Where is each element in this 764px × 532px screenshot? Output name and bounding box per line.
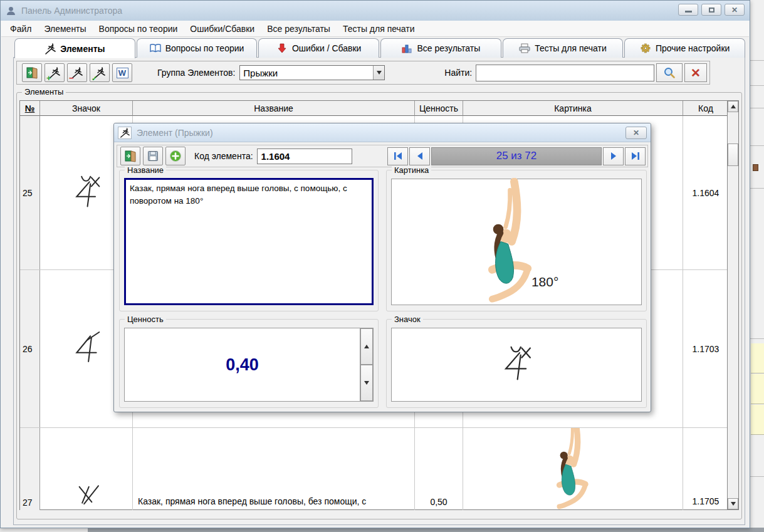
code-cell: 1.1604 <box>683 116 728 269</box>
spinner-down-button[interactable] <box>360 365 373 401</box>
menu-item-elements[interactable]: Элементы <box>38 21 92 36</box>
tab-theory-questions[interactable]: Вопросы по теории <box>137 38 258 58</box>
tab-label: Вопросы по теории <box>165 43 244 53</box>
search-input[interactable] <box>476 65 654 81</box>
last-icon <box>631 152 641 160</box>
tab-label: Прочие настройки <box>656 43 730 53</box>
scroll-up-button[interactable] <box>728 101 738 112</box>
element-code-input[interactable] <box>257 149 352 164</box>
previous-record-button[interactable] <box>409 147 430 165</box>
search-button[interactable] <box>656 63 683 82</box>
element-name: Казак, прямая нога вперед выше головы, б… <box>138 496 366 506</box>
admin-panel-window: Панель Администратора ✕ Файл Элементы Во… <box>0 0 750 528</box>
scrollbar-thumb[interactable] <box>728 143 738 166</box>
triangle-up-icon <box>364 345 369 348</box>
first-record-button[interactable] <box>387 147 408 165</box>
tab-elements[interactable]: Элементы <box>14 38 135 58</box>
tab-print-tests[interactable]: Тесты для печати <box>503 38 624 58</box>
menu-item-all-results[interactable]: Все результаты <box>261 21 337 36</box>
add-element-button[interactable]: + <box>44 63 65 82</box>
tab-label: Элементы <box>60 44 105 54</box>
value-box: 0,40 <box>124 328 374 402</box>
table-row-27[interactable]: 27 Казак, прямая нога вперед выше головы… <box>20 428 728 510</box>
plus-badge: + <box>46 74 51 82</box>
close-button[interactable]: ✕ <box>725 4 745 16</box>
table-scrollbar[interactable] <box>727 101 738 509</box>
column-header-num[interactable]: № <box>20 101 40 116</box>
symbol-groupbox: Значок <box>386 319 647 408</box>
chevron-down-icon[interactable] <box>373 66 384 80</box>
tab-errors-deductions[interactable]: Ошибки / Сбавки <box>258 38 379 58</box>
menu-bar: Файл Элементы Вопросы по теории Ошибки/С… <box>1 21 749 37</box>
gear-icon <box>640 43 651 53</box>
next-icon <box>609 152 619 160</box>
picture-cell <box>463 428 683 510</box>
new-element-button[interactable] <box>165 147 186 165</box>
symbol-cell <box>40 428 133 510</box>
dialog-exit-button[interactable] <box>120 147 140 165</box>
door-exit-icon <box>26 66 38 79</box>
delete-element-button[interactable]: − <box>67 63 87 82</box>
edit-element-button[interactable]: ✓ <box>90 63 110 82</box>
value-group-label: Ценность <box>125 315 166 324</box>
triangle-up-icon <box>731 105 736 108</box>
code-label: Код элемента: <box>194 151 253 161</box>
restore-button[interactable] <box>701 4 721 16</box>
row-num: 26 <box>20 270 40 427</box>
triangle-down-icon <box>364 381 369 385</box>
picture-group-label: Картинка <box>392 165 431 175</box>
tab-label: Все результаты <box>417 43 480 53</box>
element-name-textarea[interactable]: Казак, прямая нога вперед выше головы, с… <box>124 178 374 305</box>
previous-icon <box>415 152 425 160</box>
bar-chart-icon <box>401 43 412 53</box>
window-title: Панель Администратора <box>21 6 122 16</box>
minimize-icon <box>685 11 692 13</box>
menu-item-file[interactable]: Файл <box>4 21 38 36</box>
menu-item-errors-deductions[interactable]: Ошибки/Сбавки <box>184 21 261 36</box>
dialog-close-button[interactable]: ✕ <box>625 127 647 139</box>
spinner-up-button[interactable] <box>360 328 373 365</box>
value-groupbox: Ценность 0,40 <box>119 319 379 408</box>
tab-other-settings[interactable]: Прочие настройки <box>624 38 745 58</box>
picture-box: 180° <box>391 179 642 305</box>
gymnast-icon <box>118 127 132 139</box>
element-group-combobox[interactable]: Прыжки <box>239 65 385 80</box>
last-record-button[interactable] <box>625 147 646 165</box>
user-icon <box>6 6 16 16</box>
menu-item-print-tests[interactable]: Тесты для печати <box>337 21 421 36</box>
element-value: 0,40 <box>125 328 360 401</box>
minimize-button[interactable] <box>678 4 698 16</box>
scroll-down-button[interactable] <box>728 498 738 509</box>
name-group-label: Название <box>125 165 166 175</box>
column-header-value[interactable]: Ценность <box>415 101 463 116</box>
gymnast-picture <box>546 428 600 510</box>
element-symbol-25 <box>71 174 102 212</box>
record-position: 25 из 72 <box>431 147 602 165</box>
column-header-name[interactable]: Название <box>133 101 415 116</box>
row-num: 25 <box>20 116 40 269</box>
printer-icon <box>519 43 530 53</box>
name-groupbox: Название Казак, прямая нога вперед выше … <box>119 170 379 311</box>
menu-item-theory-questions[interactable]: Вопросы по теории <box>93 21 184 36</box>
group-label: Группа Элементов: <box>157 68 235 78</box>
export-word-button[interactable]: W <box>112 63 132 82</box>
picture-groupbox: Картинка 180° <box>386 170 647 311</box>
column-header-symbol[interactable]: Значок <box>40 101 133 116</box>
window-titlebar[interactable]: Панель Администратора ✕ <box>1 1 750 21</box>
dialog-titlebar[interactable]: Элемент (Прыжки) ✕ <box>114 123 651 142</box>
tab-all-results[interactable]: Все результаты <box>380 38 501 58</box>
dialog-toolbar: Код элемента: 25 из 72 <box>117 145 648 167</box>
column-header-picture[interactable]: Картинка <box>463 101 683 116</box>
column-header-code[interactable]: Код <box>683 101 728 116</box>
clear-search-button[interactable]: ✕ <box>684 63 707 82</box>
find-label: Найти: <box>444 68 472 78</box>
combobox-value: Прыжки <box>240 68 373 78</box>
word-icon: W <box>117 68 128 78</box>
next-record-button[interactable] <box>603 147 624 165</box>
save-button[interactable] <box>143 147 163 165</box>
value-cell: 0,50 <box>415 428 463 510</box>
code-cell: 1.1705 <box>683 428 728 510</box>
restore-icon <box>709 8 714 13</box>
exit-button[interactable] <box>22 63 42 82</box>
main-toolbar: + − ✓ W Группа Элементов: Прыжки Найти: <box>16 61 710 85</box>
